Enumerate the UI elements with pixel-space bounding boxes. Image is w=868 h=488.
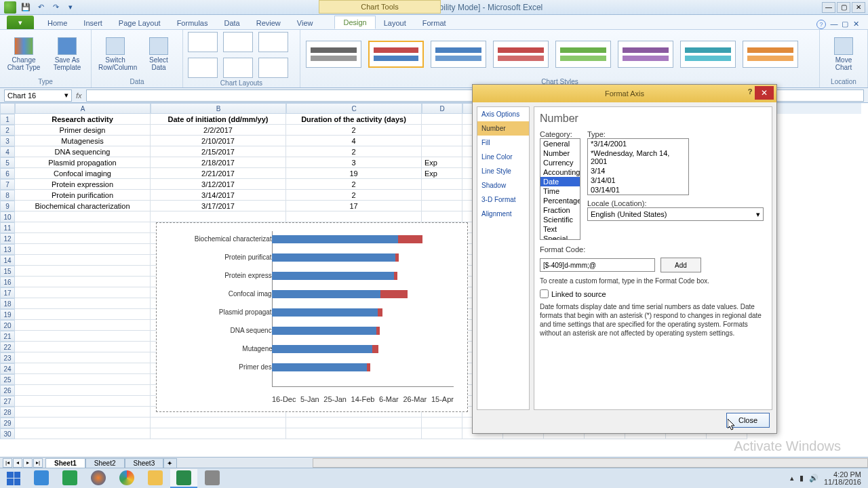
cell[interactable]: 2	[286, 179, 422, 190]
cell[interactable]: Date of initiation (dd/mm/yy)	[151, 114, 286, 125]
cell[interactable]: Exp	[422, 168, 462, 179]
cell[interactable]: 3/17/2017	[151, 201, 286, 211]
embedded-chart[interactable]: Biochemical characterizationProtein puri…	[156, 222, 468, 412]
cell[interactable]: Research activity	[15, 114, 151, 125]
taskbar-excel-icon[interactable]	[170, 469, 197, 488]
save-as-template-button[interactable]: Save As Template	[47, 36, 87, 73]
taskbar-ie-icon[interactable]	[28, 469, 55, 488]
dialog-close-x-button[interactable]: ✕	[755, 86, 774, 100]
maximize-button[interactable]: ▢	[837, 2, 850, 13]
cell[interactable]	[286, 418, 422, 428]
cell[interactable]	[15, 331, 151, 342]
tab-insert[interactable]: Insert	[75, 17, 111, 29]
chart-bar[interactable]	[272, 308, 382, 318]
horizontal-scrollbar[interactable]	[313, 458, 868, 468]
dialog-nav-item[interactable]: Alignment	[477, 207, 529, 221]
undo-icon[interactable]: ↶	[35, 2, 46, 13]
linked-to-source-checkbox[interactable]	[540, 289, 549, 298]
row-header[interactable]: 10	[0, 211, 15, 222]
chart-style-thumb[interactable]	[431, 41, 486, 68]
cell[interactable]	[15, 222, 151, 233]
sheet-tab-3[interactable]: Sheet3	[125, 458, 164, 468]
sheet-nav-prev[interactable]: ◂	[13, 458, 22, 468]
tab-view[interactable]: View	[289, 17, 321, 29]
tab-format[interactable]: Format	[414, 17, 454, 29]
type-option[interactable]: *Wednesday, March 14, 2001	[588, 148, 688, 166]
chart-layout-thumb[interactable]	[258, 58, 288, 78]
cell[interactable]	[15, 352, 151, 363]
tray-volume-icon[interactable]: 🔊	[809, 474, 818, 483]
type-option[interactable]: 3/14	[588, 166, 688, 176]
row-header[interactable]: 17	[0, 287, 15, 298]
cell[interactable]	[151, 211, 286, 222]
file-tab[interactable]: ▾	[7, 16, 34, 29]
restore-workbook-icon[interactable]: ▢	[840, 18, 850, 29]
chart-bar[interactable]	[272, 272, 397, 281]
dialog-nav-item[interactable]: Fill	[477, 136, 529, 150]
cell[interactable]: 2/10/2017	[151, 136, 286, 146]
cell[interactable]	[15, 374, 151, 385]
sheet-tab-1[interactable]: Sheet1	[45, 458, 85, 468]
category-listbox[interactable]: GeneralNumberCurrencyAccountingDateTimeP…	[540, 138, 580, 240]
minimize-ribbon-icon[interactable]: —	[829, 18, 840, 29]
new-sheet-button[interactable]: ✦	[163, 458, 177, 468]
cell[interactable]	[422, 418, 462, 428]
dialog-nav-item[interactable]: Shadow	[477, 178, 529, 192]
dialog-nav-item[interactable]: Number	[477, 121, 529, 136]
close-button[interactable]: Close	[726, 413, 770, 428]
cell[interactable]: 2/18/2017	[151, 157, 286, 168]
close-workbook-icon[interactable]: ✕	[850, 18, 861, 29]
row-header[interactable]: 12	[0, 233, 15, 244]
cell[interactable]	[422, 136, 462, 146]
cell[interactable]	[15, 255, 151, 266]
row-header[interactable]: 15	[0, 266, 15, 277]
close-button[interactable]: ✕	[852, 2, 865, 13]
sheet-tab-2[interactable]: Sheet2	[85, 458, 125, 468]
cell[interactable]: 2	[286, 146, 422, 157]
taskbar-firefox-icon[interactable]	[85, 469, 112, 488]
category-option[interactable]: Percentage	[540, 196, 580, 205]
row-header[interactable]: 22	[0, 342, 15, 352]
cell[interactable]	[15, 244, 151, 255]
type-option[interactable]: *3/14/2001	[588, 139, 688, 148]
cell[interactable]	[422, 428, 462, 439]
cell[interactable]: 2/2/2017	[151, 125, 286, 136]
move-chart-button[interactable]: Move Chart	[824, 36, 863, 73]
row-header[interactable]: 7	[0, 179, 15, 190]
category-option[interactable]: Accounting	[540, 167, 580, 177]
cell[interactable]: 3	[286, 157, 422, 168]
row-header[interactable]: 30	[0, 428, 15, 439]
category-option[interactable]: Text	[540, 224, 580, 234]
cell[interactable]	[15, 396, 151, 407]
cell[interactable]: Duration of the activity (days)	[286, 114, 422, 125]
chevron-down-icon[interactable]: ▾	[756, 210, 760, 219]
row-header[interactable]: 27	[0, 396, 15, 407]
row-header[interactable]: 5	[0, 157, 15, 168]
row-header[interactable]: 28	[0, 407, 15, 418]
add-button[interactable]: Add	[660, 258, 701, 272]
category-option[interactable]: Currency	[540, 158, 580, 167]
cell[interactable]	[15, 287, 151, 298]
cell[interactable]: 2	[286, 125, 422, 136]
switch-row-column-button[interactable]: Switch Row/Column	[96, 36, 135, 73]
tray-up-icon[interactable]: ▴	[790, 474, 794, 483]
cell[interactable]: 19	[286, 168, 422, 179]
row-header[interactable]: 13	[0, 244, 15, 255]
cell[interactable]	[15, 298, 151, 309]
taskbar-store-icon[interactable]	[56, 469, 83, 488]
row-header[interactable]: 26	[0, 385, 15, 396]
row-header[interactable]: 25	[0, 374, 15, 385]
category-option[interactable]: Number	[540, 148, 580, 158]
cell[interactable]	[422, 201, 462, 211]
col-header[interactable]: D	[422, 103, 462, 114]
start-button[interactable]	[0, 468, 27, 489]
taskbar-explorer-icon[interactable]	[142, 469, 169, 488]
row-header[interactable]: 19	[0, 309, 15, 320]
cell[interactable]	[15, 211, 151, 222]
cell[interactable]: Biochemical characterization	[15, 201, 151, 211]
row-header[interactable]: 1	[0, 114, 15, 125]
col-header-c[interactable]: C	[286, 103, 422, 114]
chart-layout-thumb[interactable]	[223, 32, 253, 52]
chart-style-thumb[interactable]	[368, 41, 424, 68]
tab-layout[interactable]: Layout	[376, 17, 414, 29]
